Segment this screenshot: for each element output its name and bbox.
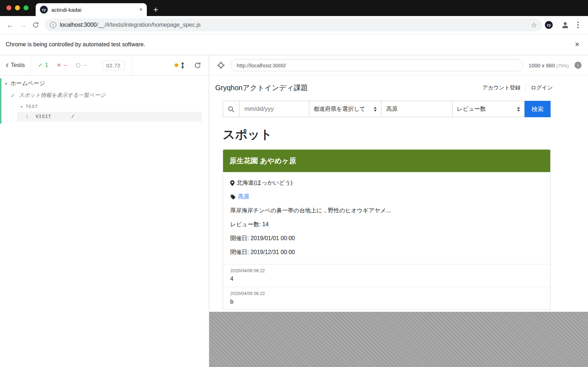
rerun-tests-icon[interactable] (194, 62, 201, 69)
back-to-tests-button[interactable]: ‹ Tests (0, 55, 31, 75)
cypress-extension-icon[interactable]: cy (545, 21, 553, 29)
maximize-window-icon[interactable] (24, 5, 29, 10)
keyword-input[interactable]: 高原 湖辺 (381, 101, 453, 117)
spot-card: 原生花園 あやめヶ原 北海道(ほっかいどう) 高原 厚岸海岸チンベの鼻一帯の台地… (223, 149, 551, 310)
command-method: VISIT (36, 114, 71, 119)
minimize-window-icon[interactable] (15, 5, 20, 10)
comment-text: 4 (230, 276, 543, 282)
select-arrows-icon (517, 107, 520, 112)
new-tab-button[interactable]: + (153, 5, 158, 14)
stat-passed: ✓ 1 (38, 62, 48, 68)
search-icon-box (223, 101, 239, 117)
comment-item: 2020/04/09 06:22 4 (223, 264, 550, 287)
test-commands-header[interactable]: ▾ TEST (1, 102, 209, 111)
url-text: localhost:3000/__/#/tests/integration/ho… (60, 22, 527, 28)
browser-menu-icon[interactable] (572, 19, 584, 31)
screen: cy actindi-kadai × + ← → i localhost:300… (0, 0, 588, 367)
test-passed-check-icon: ✓ (11, 92, 15, 99)
viewport-dimensions: 1000 x 660 (528, 62, 555, 68)
browser-tab[interactable]: cy actindi-kadai × (36, 3, 147, 16)
run-duration: 02.72 (102, 61, 125, 70)
caret-down-icon[interactable]: ▾ (5, 81, 7, 86)
command-message: / (71, 114, 74, 119)
spot-tag: 高原 (230, 193, 543, 201)
browser-toolbar: ← → i localhost:3000/__/#/tests/integrat… (0, 16, 588, 34)
spot-close-date: 閉催日: 2019/12/31 00:00 (230, 249, 543, 256)
viewport-outside-area (209, 312, 588, 367)
cypress-runner: ‹ Tests ✓ 1 ✕ -- -- 02. (0, 55, 588, 367)
app-viewport: Gryqhonアクトインディ課題 アカウント登録 ログイン 都道府県を選択して (209, 76, 588, 312)
tab-close-icon[interactable]: × (139, 7, 143, 12)
search-submit-button[interactable]: 検索 (525, 101, 551, 117)
prefecture-select-value: 都道府県を選択して (314, 105, 365, 113)
address-bar[interactable]: i localhost:3000/__/#/tests/integration/… (45, 19, 542, 31)
check-icon: ✓ (38, 62, 43, 68)
suite-row[interactable]: ▾ ホームページ (1, 78, 209, 89)
spot-card-title: 原生花園 あやめヶ原 (223, 150, 550, 172)
tab-title: actindi-kadai (51, 7, 136, 13)
selector-playground-icon[interactable] (217, 61, 225, 69)
select-arrows-icon (374, 107, 377, 112)
viewport-info-icon[interactable]: i (574, 62, 582, 69)
spot-review-count: レビュー数: 14 (230, 221, 543, 228)
spot-tag-link[interactable]: 高原 (238, 193, 249, 201)
reporter-controls (175, 62, 209, 69)
close-window-icon[interactable] (6, 5, 11, 10)
suite-block: ▾ ホームページ ✓ スポット情報を表示する一覧ページ ▾ TEST 1 VIS… (0, 78, 209, 124)
spot-description: 厚岸海岸チンベの鼻一帯の台地上に，野性のヒオウギアヤメ... (230, 207, 543, 214)
page-info-icon[interactable]: i (50, 22, 56, 28)
toolbar-divider (556, 21, 556, 29)
nav-link-login[interactable]: ログイン (526, 84, 558, 92)
automation-infobar: Chrome is being controlled by automated … (0, 34, 588, 55)
aut-url-input[interactable] (231, 59, 523, 71)
cypress-favicon-icon: cy (40, 6, 48, 14)
test-stats: ✓ 1 ✕ -- -- 02.72 (31, 55, 132, 75)
date-field-box (239, 101, 309, 117)
spot-location-text: 北海道(ほっかいどう) (237, 179, 293, 187)
app-navbar: Gryqhonアクトインディ課題 アカウント登録 ログイン (209, 76, 588, 100)
spot-card-body: 北海道(ほっかいどう) 高原 厚岸海岸チンベの鼻一帯の台地上に，野性のヒオウギア… (223, 172, 550, 264)
stat-pending: -- (76, 62, 87, 68)
back-to-tests-label: Tests (11, 62, 25, 69)
failed-count: -- (64, 62, 68, 68)
profile-avatar-icon[interactable] (559, 19, 572, 31)
comment-date: 2020/04/09 06:22 (230, 268, 543, 273)
infobar-text: Chrome is being controlled by automated … (6, 41, 145, 48)
spot-location: 北海道(ほっかいどう) (230, 179, 543, 187)
comment-date: 2020/04/09 06:22 (230, 291, 543, 296)
date-input[interactable] (242, 105, 307, 113)
auto-scroll-toggle[interactable] (175, 62, 185, 69)
command-row[interactable]: 1 VISIT / (17, 112, 202, 122)
bookmark-star-icon[interactable]: ☆ (531, 21, 537, 29)
circle-icon (76, 63, 81, 68)
back-icon[interactable]: ← (4, 19, 16, 31)
infobar-close-icon[interactable]: × (575, 41, 582, 48)
sort-select[interactable]: レビュー数 (453, 101, 525, 117)
keyword-line-1: 高原 (386, 103, 447, 115)
forward-icon[interactable]: → (16, 19, 29, 31)
test-title: スポット情報を表示する一覧ページ (19, 92, 105, 99)
reporter-header: ‹ Tests ✓ 1 ✕ -- -- 02. (0, 55, 209, 76)
prefecture-select[interactable]: 都道府県を選択して (309, 101, 381, 117)
cross-icon: ✕ (57, 62, 61, 68)
chevron-left-icon: ‹ (6, 61, 9, 69)
aut-panel: 1000 x 660(75%) i Gryqhonアクトインディ課題 アカウント… (209, 55, 588, 367)
pending-count: -- (83, 62, 87, 68)
reload-icon[interactable] (29, 19, 42, 31)
suite-title: ホームページ (10, 80, 45, 87)
app-brand[interactable]: Gryqhonアクトインディ課題 (215, 83, 308, 93)
reporter-panel: ‹ Tests ✓ 1 ✕ -- -- 02. (0, 55, 209, 367)
page-title: スポット (223, 126, 551, 143)
traffic-lights (6, 5, 29, 10)
search-form: 都道府県を選択して 高原 湖辺 レビュー数 検索 (223, 101, 551, 117)
test-row[interactable]: ✓ スポット情報を表示する一覧ページ (1, 89, 209, 102)
app-nav-links: アカウント登録 ログイン (478, 84, 558, 92)
spot-open-date: 開催日: 2019/01/01 00:00 (230, 235, 543, 242)
viewport-size: 1000 x 660(75%) (528, 62, 569, 68)
tag-icon (230, 194, 236, 200)
nav-link-register[interactable]: アカウント登録 (478, 84, 526, 92)
viewport-scale: (75%) (556, 63, 569, 68)
caret-down-icon: ▾ (21, 105, 23, 109)
test-section-label: TEST (26, 104, 38, 109)
comment-text: b (230, 299, 543, 305)
